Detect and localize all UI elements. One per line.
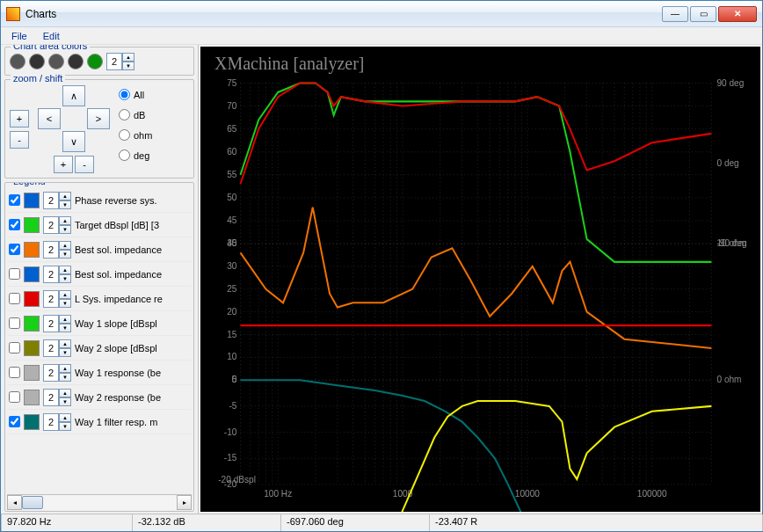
hscroll-right-button[interactable]: ▸ [177, 495, 192, 510]
hscroll-track[interactable] [22, 495, 177, 510]
legend-width-input[interactable] [43, 413, 59, 431]
legend-width-input[interactable] [43, 216, 59, 234]
legend-list[interactable]: ▲▼Phase reverse sys.▲▼Target dBspl [dB] … [7, 188, 192, 494]
radio-deg[interactable]: deg [119, 149, 152, 161]
legend-width-down[interactable]: ▼ [59, 397, 71, 406]
svg-text:-10: -10 [224, 427, 237, 437]
legend-width-down[interactable]: ▼ [59, 250, 71, 259]
shift-left-button[interactable]: < [38, 108, 61, 129]
legend-width-up[interactable]: ▲ [59, 413, 71, 422]
status-r: -23.407 R [429, 514, 763, 531]
shift-right-button[interactable]: > [87, 108, 110, 129]
color-swatch-4[interactable] [87, 54, 103, 69]
legend-checkbox[interactable] [9, 194, 20, 206]
maximize-button[interactable]: ▭ [690, 6, 716, 22]
legend-hscrollbar[interactable]: ◂ ▸ [7, 494, 192, 509]
legend-width-up[interactable]: ▲ [59, 290, 71, 299]
shift-up-button[interactable]: ∧ [62, 85, 85, 106]
legend-width-up[interactable]: ▲ [59, 389, 71, 397]
legend-checkbox[interactable] [9, 268, 20, 280]
svg-text:15: 15 [227, 329, 237, 339]
legend-color-swatch[interactable] [24, 316, 40, 332]
zoom-minus2-button[interactable]: - [75, 156, 94, 173]
radio-ohm[interactable]: ohm [119, 129, 152, 141]
legend-width-down[interactable]: ▼ [59, 225, 71, 234]
zoom-shift-title: zoom / shift [11, 73, 65, 84]
legend-color-swatch[interactable] [24, 217, 40, 233]
legend-row-1: ▲▼Target dBspl [dB] [3 [7, 213, 192, 237]
legend-checkbox[interactable] [9, 416, 20, 427]
legend-checkbox[interactable] [9, 317, 20, 329]
legend-width-down[interactable]: ▼ [59, 299, 71, 308]
legend-label: Way 2 slope [dBspl [75, 343, 190, 353]
legend-label: Way 1 filter resp. m [75, 417, 190, 427]
menu-file[interactable]: File [4, 29, 34, 43]
legend-width-input[interactable] [43, 389, 59, 406]
legend-width-down[interactable]: ▼ [59, 274, 71, 283]
legend-color-swatch[interactable] [24, 340, 40, 356]
legend-checkbox[interactable] [9, 342, 20, 353]
legend-width-input[interactable] [43, 364, 59, 382]
radio-db[interactable]: dB [119, 109, 152, 120]
radio-all[interactable]: All [119, 89, 152, 100]
menu-edit[interactable]: Edit [36, 29, 67, 43]
color-width-down[interactable]: ▼ [122, 62, 134, 70]
legend-row-4: ▲▼L Sys. impedance re [7, 287, 192, 311]
legend-color-swatch[interactable] [24, 193, 40, 208]
zoom-shift-group: zoom / shift + - ∧ < > [4, 79, 194, 179]
legend-checkbox[interactable] [9, 244, 20, 255]
chart-area[interactable]: XMachina [analyzer] 40455055606570755101… [200, 47, 760, 512]
hscroll-thumb[interactable] [22, 496, 43, 509]
legend-width-input[interactable] [43, 192, 59, 209]
svg-text:65: 65 [227, 124, 237, 134]
hscroll-left-button[interactable]: ◂ [7, 495, 22, 510]
legend-width-input[interactable] [43, 266, 59, 283]
legend-checkbox[interactable] [9, 293, 20, 304]
zoom-mode-radios: All dB ohm deg [119, 85, 152, 173]
legend-width-down[interactable]: ▼ [59, 348, 71, 357]
color-swatch-2[interactable] [48, 54, 64, 69]
legend-title: Legend [11, 182, 48, 186]
titlebar[interactable]: Charts — ▭ ✕ [1, 1, 762, 27]
legend-color-swatch[interactable] [24, 390, 40, 405]
legend-width-input[interactable] [43, 315, 59, 332]
color-width-up[interactable]: ▲ [122, 53, 134, 62]
legend-color-swatch[interactable] [24, 242, 40, 258]
svg-text:100 Hz: 100 Hz [264, 489, 292, 499]
color-swatch-1[interactable] [29, 54, 45, 69]
app-icon [6, 7, 20, 21]
legend-width-down[interactable]: ▼ [59, 422, 71, 431]
legend-checkbox[interactable] [9, 367, 20, 378]
shift-down-button[interactable]: ∨ [62, 131, 85, 152]
legend-width-input[interactable] [43, 339, 59, 357]
minimize-button[interactable]: — [662, 6, 688, 22]
color-swatch-3[interactable] [68, 54, 84, 69]
legend-width-input[interactable] [43, 290, 59, 308]
color-width-input[interactable] [106, 53, 122, 70]
status-hz: 97.820 Hz [1, 514, 133, 531]
legend-width-input[interactable] [43, 241, 59, 259]
legend-width-down[interactable]: ▼ [59, 200, 71, 209]
legend-color-swatch[interactable] [24, 365, 40, 381]
legend-color-swatch[interactable] [24, 266, 40, 282]
legend-color-swatch[interactable] [24, 414, 40, 430]
legend-width-down[interactable]: ▼ [59, 373, 71, 382]
legend-width-up[interactable]: ▲ [59, 192, 71, 200]
legend-width-up[interactable]: ▲ [59, 216, 71, 225]
legend-width-up[interactable]: ▲ [59, 339, 71, 348]
zoom-out-button[interactable]: - [10, 131, 29, 149]
legend-checkbox[interactable] [9, 391, 20, 403]
legend-width-up[interactable]: ▲ [59, 241, 71, 250]
legend-width-up[interactable]: ▲ [59, 315, 71, 324]
legend-width-up[interactable]: ▲ [59, 364, 71, 373]
legend-color-swatch[interactable] [24, 291, 40, 307]
svg-text:10000: 10000 [515, 489, 540, 499]
color-swatch-0[interactable] [10, 54, 25, 69]
zoom-plus2-button[interactable]: + [54, 156, 73, 173]
legend-checkbox[interactable] [9, 219, 20, 230]
legend-width-down[interactable]: ▼ [59, 324, 71, 332]
zoom-in-button[interactable]: + [10, 110, 29, 128]
status-db: -32.132 dB [132, 514, 281, 531]
legend-width-up[interactable]: ▲ [59, 266, 71, 274]
close-button[interactable]: ✕ [718, 6, 757, 22]
